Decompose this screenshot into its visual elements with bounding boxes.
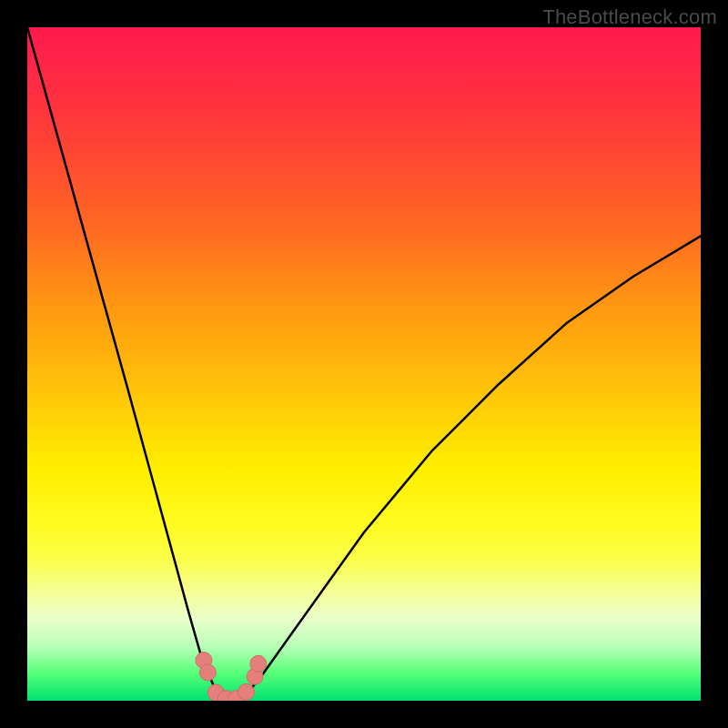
watermark-text: TheBottleneck.com	[542, 5, 717, 29]
marker-point	[250, 655, 267, 672]
marker-point	[238, 683, 255, 700]
plot-area	[27, 27, 701, 701]
curve-markers	[196, 652, 267, 701]
chart-frame: TheBottleneck.com	[0, 0, 728, 728]
marker-point	[199, 664, 216, 681]
bottleneck-curve	[27, 27, 701, 699]
chart-overlay	[27, 27, 701, 701]
